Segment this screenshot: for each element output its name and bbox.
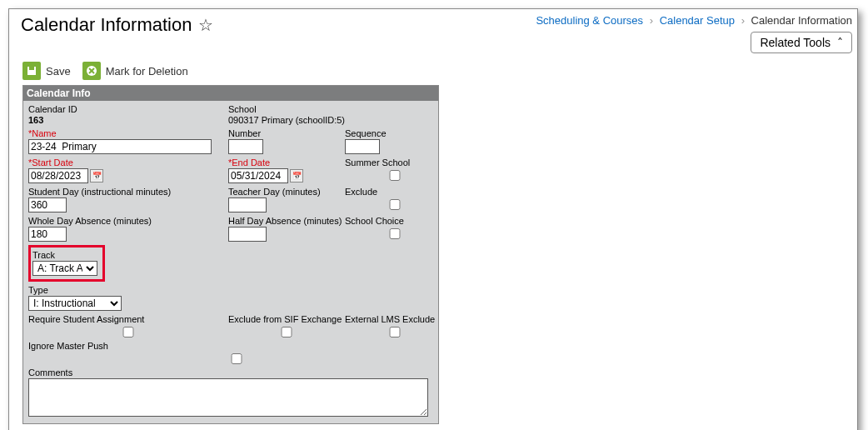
name-label: Name [28,128,228,138]
number-label: Number [228,128,345,138]
sequence-label: Sequence [345,128,445,138]
related-tools-label: Related Tools [760,36,831,49]
end-date-label: End Date [228,158,345,168]
number-input[interactable] [228,139,263,154]
ignore-master-push-label: Ignore Master Push [28,341,445,351]
calendar-id-value: 163 [28,115,228,125]
school-choice-label: School Choice [345,216,445,226]
type-label: Type [28,285,445,295]
exclude-sif-label: Exclude from SIF Exchange [228,314,345,324]
comments-textarea[interactable] [28,378,428,417]
page-title: Calendar Information ☆ [21,14,213,36]
chevron-up-icon: ˄ [837,36,843,49]
save-button[interactable]: Save [22,62,71,80]
favorite-star-icon[interactable]: ☆ [198,15,213,35]
end-date-input[interactable] [228,168,288,183]
half-day-label: Half Day Absence (minutes) [228,216,345,226]
svg-rect-1 [29,67,34,70]
teacher-day-label: Teacher Day (minutes) [228,187,345,197]
calendar-info-panel: Calendar Info Calendar ID 163 School 090… [22,85,439,424]
breadcrumb: Scheduling & Courses › Calendar Setup › … [536,14,852,27]
save-icon [22,62,41,80]
track-select[interactable]: A: Track A [32,261,97,276]
half-day-input[interactable] [228,227,267,242]
chevron-right-icon: › [738,14,748,27]
comments-label: Comments [28,368,445,378]
start-date-label: Start Date [28,158,228,168]
whole-day-input[interactable] [28,227,67,242]
related-tools-button[interactable]: Related Tools ˄ [751,32,852,53]
calendar-id-label: Calendar ID [28,104,228,114]
mark-for-deletion-label: Mark for Deletion [106,65,188,78]
school-value: 090317 Primary (schoolID:5) [228,115,445,125]
student-day-input[interactable] [28,198,67,212]
start-date-input[interactable] [28,168,88,183]
mark-for-deletion-button[interactable]: Mark for Deletion [82,62,188,80]
page-title-text: Calendar Information [21,14,192,36]
chevron-right-icon: › [646,14,656,27]
require-student-assignment-checkbox[interactable] [28,327,228,338]
panel-header: Calendar Info [23,86,438,101]
ignore-master-push-checkbox[interactable] [28,353,445,364]
type-select[interactable]: I: Instructional [28,296,122,311]
require-student-assignment-label: Require Student Assignment [28,314,228,324]
start-date-calendar-icon[interactable]: 📅 [90,169,103,182]
name-input[interactable] [28,139,212,154]
exclude-checkbox[interactable] [345,199,445,210]
school-choice-checkbox[interactable] [345,228,445,239]
breadcrumb-current: Calendar Information [751,14,852,27]
breadcrumb-link-calendar-setup[interactable]: Calendar Setup [660,14,735,27]
track-highlight-box: Track A: Track A [28,245,105,282]
whole-day-label: Whole Day Absence (minutes) [28,216,228,226]
external-lms-exclude-checkbox[interactable] [345,327,445,338]
sequence-input[interactable] [345,139,380,154]
external-lms-exclude-label: External LMS Exclude [345,314,445,324]
school-label: School [228,104,445,114]
delete-icon [82,62,101,80]
teacher-day-input[interactable] [228,198,267,212]
end-date-calendar-icon[interactable]: 📅 [290,169,303,182]
exclude-label: Exclude [345,187,445,197]
breadcrumb-link-scheduling[interactable]: Scheduling & Courses [536,14,643,27]
summer-school-checkbox[interactable] [345,170,445,181]
track-label: Track [32,250,55,260]
save-label: Save [46,65,71,78]
student-day-label: Student Day (instructional minutes) [28,187,228,197]
summer-school-label: Summer School [345,158,445,168]
exclude-sif-checkbox[interactable] [228,327,345,338]
